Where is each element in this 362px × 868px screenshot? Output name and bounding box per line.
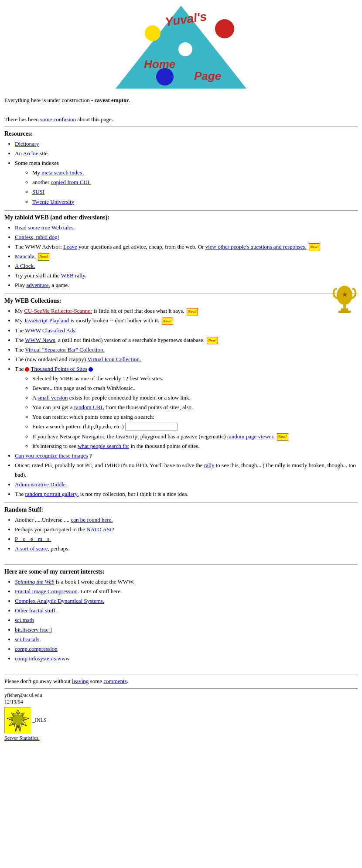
list-item: Spinning the Web is a book I wrote about…: [15, 577, 358, 587]
divider-2: [4, 210, 358, 211]
leaving-link[interactable]: leaving: [72, 678, 89, 684]
cui-link[interactable]: copied from CUI.: [51, 179, 91, 185]
susi-link[interactable]: SUSI: [32, 188, 44, 195]
comments-link[interactable]: comments: [103, 678, 126, 684]
meta-search-link[interactable]: meta search index.: [41, 169, 84, 176]
list-item: The WWW Advisor: Leave your questions an…: [15, 242, 358, 252]
scare-link[interactable]: A sort of scare: [15, 545, 48, 552]
server-statistics-link[interactable]: Server Statistics.: [4, 735, 40, 741]
fractal-compression-link[interactable]: Fractal Image Compression: [15, 588, 78, 595]
recognize-images-link[interactable]: Can you recognize these images: [15, 452, 88, 459]
thousand-points-link[interactable]: Thousand Points of Sites: [31, 366, 87, 372]
list-item: Enter a search pattern (http,ftp,edu, et…: [32, 422, 358, 431]
list-item: sci.math: [15, 615, 358, 625]
spinning-web-link[interactable]: Spinning the Web: [15, 578, 55, 585]
separator-bar-link[interactable]: Virtual "Separator Bar" Collection.: [25, 346, 104, 353]
new-badge: New!: [187, 308, 198, 315]
list-item: Complex Analytic Dynamical Systems.: [15, 596, 358, 606]
list-item: Twente University: [32, 197, 358, 207]
server-stats: Server Statistics.: [4, 735, 358, 742]
list-item: Fractal Image Compression. Lot's of stuf…: [15, 587, 358, 596]
www-news-link[interactable]: WWW News: [25, 337, 55, 343]
list-item: Other fractal stuff.: [15, 606, 358, 615]
adventure-link[interactable]: adventure: [26, 282, 48, 288]
interests-title: Here are some of my current interests:: [4, 568, 358, 575]
poems-link[interactable]: P o e m s: [15, 536, 51, 542]
list-item: SUSI: [32, 187, 358, 197]
list-item: another copied from CUI.: [32, 178, 358, 187]
new-badge: New!: [207, 337, 218, 344]
list-item: Play adventure, a game.: [15, 280, 358, 290]
badge-text: _INLS: [32, 717, 47, 724]
portrait-gallery-link[interactable]: random portrait gallery.: [25, 491, 79, 497]
list-item: The WWW Classified Ads.: [15, 326, 358, 335]
list-item: An Archie site.: [15, 149, 358, 158]
rally-link[interactable]: rally: [204, 462, 215, 468]
svg-rect-9: [338, 311, 351, 313]
comp-compression-link[interactable]: comp.compression: [15, 646, 58, 652]
list-item: Dictionary: [15, 139, 358, 149]
new-badge: New!: [38, 253, 49, 260]
divider-4: [4, 502, 358, 503]
admin-diddle-link[interactable]: Administrative Diddle.: [15, 481, 67, 488]
list-item: Mancala. New!: [15, 252, 358, 261]
svg-text:★: ★: [342, 291, 348, 298]
sci-math-link[interactable]: sci.math: [15, 617, 34, 623]
list-item: A small version exists for people connec…: [32, 393, 358, 403]
list-item: My JavaScript Playland is mostly broken …: [15, 316, 358, 325]
view-others-link[interactable]: view other people's questions and respon…: [205, 243, 307, 250]
list-item: The random portrait gallery. is not my c…: [15, 489, 358, 499]
javascript-playland-link[interactable]: JavaScript Playland: [24, 317, 69, 324]
list-item: Perhaps you participated in the NATO ASI…: [15, 525, 358, 534]
twente-link[interactable]: Twente University: [32, 198, 74, 205]
random-stuff-list: Another .....Universe..... can be found …: [15, 515, 358, 554]
list-item: It's intersting to see what people searc…: [32, 441, 358, 451]
icon-collection-link[interactable]: Virtual Icon Collection.: [87, 356, 141, 362]
nato-asi-link[interactable]: NATO ASI: [86, 526, 112, 533]
confusion-text: There has been some confusion about this…: [4, 116, 358, 123]
svg-point-4: [156, 68, 174, 85]
confess-link[interactable]: Confess, rabid dog!: [15, 234, 59, 240]
bit-listserv-link[interactable]: bit.listserv.frac-l: [15, 626, 52, 633]
complex-analytic-link[interactable]: Complex Analytic Dynamical Systems.: [15, 598, 104, 604]
random-stuff-title: Random Stuff:: [4, 506, 358, 513]
tabloid-title: My tabloid WEB (and other diversions):: [4, 214, 358, 221]
small-version-link[interactable]: small version: [38, 394, 68, 401]
sci-fractals-link[interactable]: sci.fractals: [15, 636, 39, 642]
web-rally-link[interactable]: WEB rally: [61, 272, 85, 279]
list-item: Selected by VIBE as one of the weekly 12…: [32, 374, 358, 383]
list-item: You can restrict which points come up us…: [32, 412, 358, 422]
other-fractal-link[interactable]: Other fractal stuff.: [15, 607, 57, 614]
divider-1: [4, 126, 358, 127]
comp-infosystems-link[interactable]: comp.infosystems.www: [15, 655, 70, 662]
archie-link[interactable]: Archie: [23, 150, 38, 157]
leave-link[interactable]: Leave: [63, 243, 77, 250]
classified-ads-link[interactable]: WWW Classified Ads.: [25, 327, 77, 334]
svg-point-3: [178, 42, 192, 56]
new-badge: New!: [162, 318, 173, 325]
collections-section: ★ My CU-SeeMe Reflector-Scanner is littl…: [4, 306, 358, 499]
cusee-link[interactable]: CU-SeeMe Reflector-Scanner: [24, 308, 92, 314]
list-item: bit.listserv.frac-l: [15, 625, 358, 635]
meta-indexes-list: My meta search index. another copied fro…: [32, 168, 358, 206]
clock-link[interactable]: A Clock.: [15, 263, 35, 269]
web-tales-link[interactable]: Read some true Web tales.: [15, 224, 75, 231]
random-url-link[interactable]: random URL: [74, 404, 104, 410]
dictionary-link[interactable]: Dictionary: [15, 140, 39, 147]
list-item: Another .....Universe..... can be found …: [15, 515, 358, 525]
random-page-viewer-link[interactable]: random page viewer.: [227, 433, 275, 440]
what-people-search-link[interactable]: what people search for: [78, 443, 129, 449]
list-item: My CU-SeeMe Reflector-Scanner is little …: [15, 306, 358, 316]
caveat-text: Everything here is under construction - …: [4, 97, 358, 104]
list-item: Oticar; rated PG, probably not PC, and I…: [15, 461, 358, 480]
date-text: 12/19/94: [4, 699, 358, 705]
thousand-points-subs: Selected by VIBE as one of the weekly 12…: [32, 374, 358, 451]
confusion-link[interactable]: some confusion: [40, 116, 76, 123]
collections-title: My WEB Collections:: [4, 297, 358, 304]
footer: yfisher@ucsd.edu 12/19/94 _INLS Server S…: [4, 692, 358, 742]
new-badge: New!: [309, 243, 320, 251]
mancala-link[interactable]: Mancala.: [15, 253, 36, 260]
new-badge: New!: [277, 433, 288, 441]
universe-link[interactable]: can be found here.: [71, 516, 113, 523]
search-input[interactable]: [125, 423, 178, 431]
